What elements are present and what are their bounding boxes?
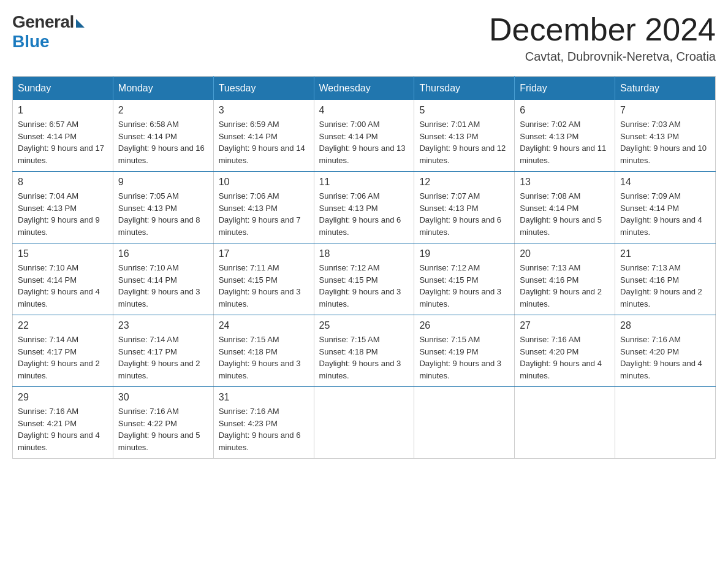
day-number: 29	[18, 392, 108, 403]
calendar-day-header: Saturday	[615, 77, 716, 101]
day-number: 6	[520, 105, 610, 116]
day-info: Sunrise: 7:10 AMSunset: 4:14 PMDaylight:…	[18, 262, 108, 310]
calendar-week-row: 15 Sunrise: 7:10 AMSunset: 4:14 PMDaylig…	[13, 243, 716, 315]
calendar-day-cell: 24 Sunrise: 7:15 AMSunset: 4:18 PMDaylig…	[213, 315, 314, 387]
calendar-day-cell: 13 Sunrise: 7:08 AMSunset: 4:14 PMDaylig…	[515, 172, 615, 243]
calendar-week-row: 22 Sunrise: 7:14 AMSunset: 4:17 PMDaylig…	[13, 315, 716, 387]
logo-general-text: General	[12, 12, 74, 32]
day-info: Sunrise: 7:15 AMSunset: 4:19 PMDaylight:…	[419, 334, 509, 381]
day-number: 18	[319, 248, 409, 259]
day-number: 23	[118, 320, 208, 331]
calendar-day-cell: 7 Sunrise: 7:03 AMSunset: 4:13 PMDayligh…	[615, 100, 716, 172]
day-number: 26	[419, 320, 509, 331]
day-info: Sunrise: 7:06 AMSunset: 4:13 PMDaylight:…	[219, 190, 309, 238]
day-number: 24	[219, 320, 309, 331]
day-number: 16	[118, 248, 208, 259]
day-info: Sunrise: 7:15 AMSunset: 4:18 PMDaylight:…	[319, 334, 409, 381]
calendar-day-cell: 9 Sunrise: 7:05 AMSunset: 4:13 PMDayligh…	[113, 172, 213, 243]
day-info: Sunrise: 6:59 AMSunset: 4:14 PMDaylight:…	[219, 118, 309, 166]
day-number: 30	[118, 392, 208, 403]
day-info: Sunrise: 7:02 AMSunset: 4:13 PMDaylight:…	[520, 118, 610, 166]
day-number: 5	[419, 105, 509, 116]
calendar-day-header: Friday	[515, 77, 615, 101]
calendar-day-cell: 14 Sunrise: 7:09 AMSunset: 4:14 PMDaylig…	[615, 172, 716, 243]
day-number: 20	[520, 248, 610, 259]
day-number: 25	[319, 320, 409, 331]
calendar-day-cell: 22 Sunrise: 7:14 AMSunset: 4:17 PMDaylig…	[13, 315, 113, 387]
logo-blue-text: Blue	[12, 32, 50, 52]
calendar-day-header: Wednesday	[314, 77, 414, 101]
day-number: 28	[620, 320, 710, 331]
day-info: Sunrise: 7:14 AMSunset: 4:17 PMDaylight:…	[118, 334, 208, 381]
calendar-day-cell: 8 Sunrise: 7:04 AMSunset: 4:13 PMDayligh…	[13, 172, 113, 243]
day-info: Sunrise: 7:03 AMSunset: 4:13 PMDaylight:…	[620, 118, 710, 166]
day-info: Sunrise: 7:07 AMSunset: 4:13 PMDaylight:…	[419, 190, 509, 238]
calendar-week-row: 29 Sunrise: 7:16 AMSunset: 4:21 PMDaylig…	[13, 387, 716, 459]
day-number: 27	[520, 320, 610, 331]
calendar-day-cell: 1 Sunrise: 6:57 AMSunset: 4:14 PMDayligh…	[13, 100, 113, 172]
day-info: Sunrise: 7:08 AMSunset: 4:14 PMDaylight:…	[520, 190, 610, 238]
logo-arrow-icon	[76, 19, 85, 28]
day-info: Sunrise: 7:01 AMSunset: 4:13 PMDaylight:…	[419, 118, 509, 166]
day-info: Sunrise: 7:04 AMSunset: 4:13 PMDaylight:…	[18, 190, 108, 238]
calendar-day-cell: 10 Sunrise: 7:06 AMSunset: 4:13 PMDaylig…	[213, 172, 314, 243]
month-year-title: December 2024	[489, 12, 716, 47]
calendar-day-cell: 6 Sunrise: 7:02 AMSunset: 4:13 PMDayligh…	[515, 100, 615, 172]
day-info: Sunrise: 7:12 AMSunset: 4:15 PMDaylight:…	[319, 262, 409, 310]
day-number: 15	[18, 248, 108, 259]
calendar-day-cell	[615, 387, 716, 459]
day-info: Sunrise: 7:12 AMSunset: 4:15 PMDaylight:…	[419, 262, 509, 310]
day-info: Sunrise: 7:16 AMSunset: 4:20 PMDaylight:…	[520, 334, 610, 381]
calendar-day-cell: 25 Sunrise: 7:15 AMSunset: 4:18 PMDaylig…	[314, 315, 414, 387]
day-number: 11	[319, 177, 409, 188]
calendar-header-row: SundayMondayTuesdayWednesdayThursdayFrid…	[13, 77, 716, 101]
day-info: Sunrise: 7:15 AMSunset: 4:18 PMDaylight:…	[219, 334, 309, 381]
calendar-day-cell: 11 Sunrise: 7:06 AMSunset: 4:13 PMDaylig…	[314, 172, 414, 243]
calendar-day-cell: 16 Sunrise: 7:10 AMSunset: 4:14 PMDaylig…	[113, 243, 213, 315]
calendar-day-cell: 19 Sunrise: 7:12 AMSunset: 4:15 PMDaylig…	[414, 243, 515, 315]
day-number: 12	[419, 177, 509, 188]
day-info: Sunrise: 7:13 AMSunset: 4:16 PMDaylight:…	[520, 262, 610, 310]
day-number: 17	[219, 248, 309, 259]
calendar-day-header: Thursday	[414, 77, 515, 101]
calendar-day-cell	[314, 387, 414, 459]
calendar-day-header: Tuesday	[213, 77, 314, 101]
day-info: Sunrise: 7:16 AMSunset: 4:23 PMDaylight:…	[219, 405, 309, 453]
calendar-day-cell: 30 Sunrise: 7:16 AMSunset: 4:22 PMDaylig…	[113, 387, 213, 459]
day-number: 8	[18, 177, 108, 188]
day-number: 22	[18, 320, 108, 331]
calendar-day-cell: 28 Sunrise: 7:16 AMSunset: 4:20 PMDaylig…	[615, 315, 716, 387]
calendar-day-header: Sunday	[13, 77, 113, 101]
day-number: 14	[620, 177, 710, 188]
calendar-week-row: 8 Sunrise: 7:04 AMSunset: 4:13 PMDayligh…	[13, 172, 716, 243]
day-number: 4	[319, 105, 409, 116]
day-info: Sunrise: 7:16 AMSunset: 4:21 PMDaylight:…	[18, 405, 108, 453]
calendar-day-cell: 23 Sunrise: 7:14 AMSunset: 4:17 PMDaylig…	[113, 315, 213, 387]
location-subtitle: Cavtat, Dubrovnik-Neretva, Croatia	[489, 50, 716, 64]
calendar-day-cell: 29 Sunrise: 7:16 AMSunset: 4:21 PMDaylig…	[13, 387, 113, 459]
day-info: Sunrise: 7:00 AMSunset: 4:14 PMDaylight:…	[319, 118, 409, 166]
calendar-day-cell: 27 Sunrise: 7:16 AMSunset: 4:20 PMDaylig…	[515, 315, 615, 387]
calendar-day-cell: 5 Sunrise: 7:01 AMSunset: 4:13 PMDayligh…	[414, 100, 515, 172]
calendar-day-cell: 4 Sunrise: 7:00 AMSunset: 4:14 PMDayligh…	[314, 100, 414, 172]
day-number: 21	[620, 248, 710, 259]
day-number: 2	[118, 105, 208, 116]
day-number: 13	[520, 177, 610, 188]
calendar-day-cell: 26 Sunrise: 7:15 AMSunset: 4:19 PMDaylig…	[414, 315, 515, 387]
day-info: Sunrise: 7:10 AMSunset: 4:14 PMDaylight:…	[118, 262, 208, 310]
calendar-day-cell: 15 Sunrise: 7:10 AMSunset: 4:14 PMDaylig…	[13, 243, 113, 315]
day-info: Sunrise: 7:13 AMSunset: 4:16 PMDaylight:…	[620, 262, 710, 310]
day-info: Sunrise: 7:11 AMSunset: 4:15 PMDaylight:…	[219, 262, 309, 310]
calendar-day-cell: 18 Sunrise: 7:12 AMSunset: 4:15 PMDaylig…	[314, 243, 414, 315]
calendar-day-cell: 3 Sunrise: 6:59 AMSunset: 4:14 PMDayligh…	[213, 100, 314, 172]
day-info: Sunrise: 7:14 AMSunset: 4:17 PMDaylight:…	[18, 334, 108, 381]
day-info: Sunrise: 7:16 AMSunset: 4:20 PMDaylight:…	[620, 334, 710, 381]
calendar-day-cell: 31 Sunrise: 7:16 AMSunset: 4:23 PMDaylig…	[213, 387, 314, 459]
title-block: December 2024 Cavtat, Dubrovnik-Neretva,…	[489, 12, 716, 64]
day-number: 7	[620, 105, 710, 116]
calendar-day-cell: 21 Sunrise: 7:13 AMSunset: 4:16 PMDaylig…	[615, 243, 716, 315]
day-info: Sunrise: 7:09 AMSunset: 4:14 PMDaylight:…	[620, 190, 710, 238]
calendar-day-cell: 20 Sunrise: 7:13 AMSunset: 4:16 PMDaylig…	[515, 243, 615, 315]
calendar-day-cell: 17 Sunrise: 7:11 AMSunset: 4:15 PMDaylig…	[213, 243, 314, 315]
day-number: 3	[219, 105, 309, 116]
